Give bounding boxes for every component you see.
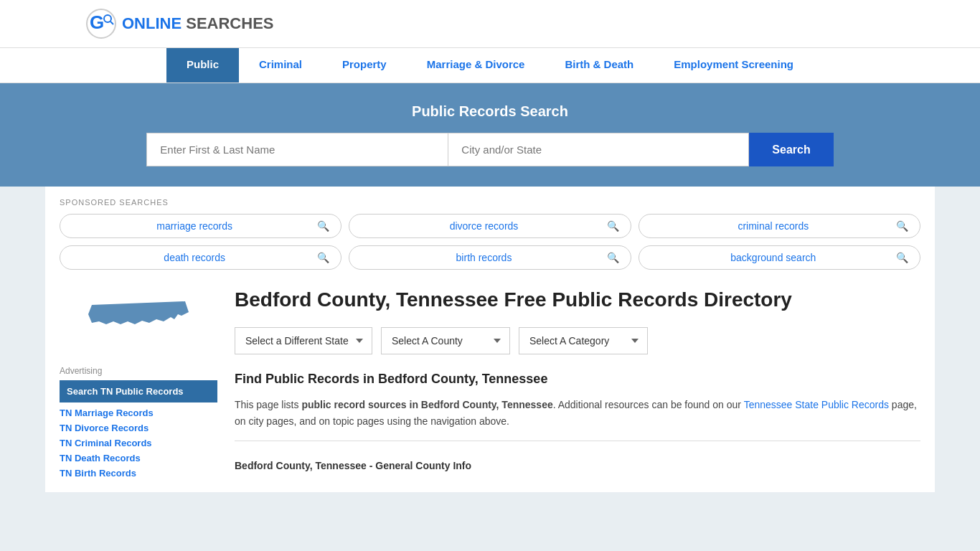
main-nav: Public Criminal Property Marriage & Divo… — [0, 48, 980, 83]
sponsored-grid: marriage records 🔍 divorce records 🔍 cri… — [60, 214, 920, 270]
logo-text: ONLINE SEARCHES — [122, 14, 274, 33]
search-name-input[interactable] — [146, 133, 448, 166]
sponsored-item-death[interactable]: death records 🔍 — [60, 245, 341, 270]
description-text: This page lists public record sources in… — [235, 397, 920, 429]
sponsored-item-marriage[interactable]: marriage records 🔍 — [60, 214, 341, 238]
tn-records-link[interactable]: Tennessee State Public Records — [744, 399, 889, 410]
nav-item-birth-death[interactable]: Birth & Death — [545, 48, 654, 83]
find-records-title: Find Public Records in Bedford County, T… — [235, 372, 920, 387]
sidebar-link-marriage[interactable]: TN Marriage Records — [60, 405, 217, 420]
main-content: Bedford County, Tennessee Free Public Re… — [235, 287, 920, 481]
sidebar-ad-highlight[interactable]: Search TN Public Records — [60, 380, 217, 402]
sidebar-link-birth[interactable]: TN Birth Records — [60, 466, 217, 481]
filter-row: Select a Different State Select A County… — [235, 327, 920, 354]
search-banner: Public Records Search Search — [0, 83, 980, 187]
logo-icon: G — [86, 9, 116, 39]
search-location-input[interactable] — [448, 133, 749, 166]
sidebar: Advertising Search TN Public Records TN … — [60, 287, 217, 481]
svg-line-3 — [110, 22, 113, 24]
nav-item-employment[interactable]: Employment Screening — [654, 48, 814, 83]
county-filter[interactable]: Select A County — [381, 327, 510, 354]
county-info-title: Bedford County, Tennessee - General Coun… — [235, 453, 920, 479]
search-icon-3: 🔍 — [317, 252, 329, 263]
content-row: Advertising Search TN Public Records TN … — [60, 287, 920, 481]
nav-item-marriage-divorce[interactable]: Marriage & Divorce — [407, 48, 545, 83]
sidebar-link-divorce[interactable]: TN Divorce Records — [60, 420, 217, 435]
svg-point-2 — [104, 15, 111, 22]
category-filter[interactable]: Select A Category — [519, 327, 648, 354]
sponsored-item-background[interactable]: background search 🔍 — [639, 245, 920, 270]
search-icon-4: 🔍 — [607, 252, 619, 263]
divider — [235, 441, 920, 441]
sidebar-link-criminal[interactable]: TN Criminal Records — [60, 435, 217, 451]
state-filter[interactable]: Select a Different State — [235, 327, 372, 354]
search-icon-2: 🔍 — [896, 220, 908, 232]
nav-item-criminal[interactable]: Criminal — [239, 48, 322, 83]
main-area: SPONSORED SEARCHES marriage records 🔍 di… — [45, 187, 935, 492]
svg-text:G: G — [90, 11, 104, 33]
sidebar-link-death[interactable]: TN Death Records — [60, 451, 217, 466]
search-icon-5: 🔍 — [896, 252, 908, 263]
logo: G ONLINE SEARCHES — [86, 9, 274, 39]
header: G ONLINE SEARCHES — [0, 0, 980, 48]
sponsored-item-birth[interactable]: birth records 🔍 — [349, 245, 631, 270]
page-title: Bedford County, Tennessee Free Public Re… — [235, 287, 920, 313]
nav-item-property[interactable]: Property — [322, 48, 407, 83]
advertising-label: Advertising — [60, 366, 217, 376]
search-banner-title: Public Records Search — [86, 103, 894, 120]
nav-item-public[interactable]: Public — [166, 48, 239, 83]
tennessee-map-svg — [85, 294, 192, 344]
sponsored-item-criminal[interactable]: criminal records 🔍 — [639, 214, 920, 238]
search-button[interactable]: Search — [749, 133, 833, 166]
state-map — [60, 287, 217, 352]
search-icon-0: 🔍 — [317, 220, 329, 232]
search-form: Search — [86, 133, 894, 166]
sponsored-item-divorce[interactable]: divorce records 🔍 — [349, 214, 631, 238]
sponsored-label: SPONSORED SEARCHES — [60, 198, 920, 207]
search-icon-1: 🔍 — [607, 220, 619, 232]
